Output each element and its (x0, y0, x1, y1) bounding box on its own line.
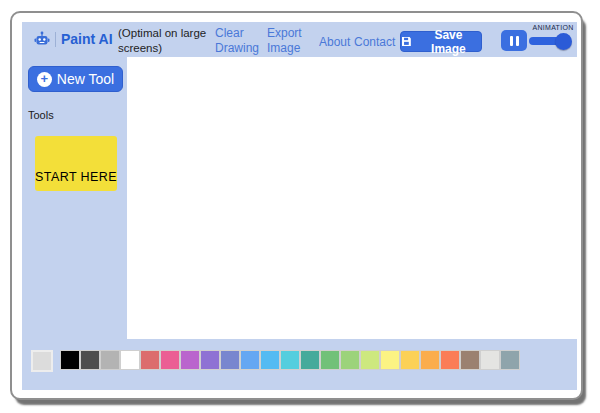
palette-swatch[interactable] (480, 350, 500, 370)
save-image-label: Save Image (416, 28, 481, 56)
palette-swatch[interactable] (440, 350, 460, 370)
palette-swatch[interactable] (120, 350, 140, 370)
palette-swatch[interactable] (200, 350, 220, 370)
contact-link[interactable]: Contact (354, 35, 395, 50)
animation-speed-slider[interactable] (529, 37, 568, 45)
palette-swatch[interactable] (160, 350, 180, 370)
app-title: Paint AI (61, 31, 113, 47)
animation-slider-label: ANIMATION (530, 24, 576, 31)
palette-swatch[interactable] (320, 350, 340, 370)
pause-icon (510, 36, 513, 46)
pause-icon (516, 36, 519, 46)
palette-swatch[interactable] (220, 350, 240, 370)
paint-app: Paint AI (Optimal on large screens) Clea… (22, 22, 577, 390)
plus-circle-icon: + (37, 72, 52, 87)
save-image-button[interactable]: Save Image (400, 31, 482, 52)
brand-divider (55, 32, 56, 47)
about-link[interactable]: About (319, 35, 350, 50)
palette-swatch[interactable] (140, 350, 160, 370)
palette-swatch-row (60, 350, 520, 370)
new-tool-button[interactable]: + New Tool (28, 66, 123, 92)
new-tool-label: New Tool (57, 71, 114, 87)
palette-swatch[interactable] (180, 350, 200, 370)
palette-swatch[interactable] (80, 350, 100, 370)
tools-section-label: Tools (28, 109, 54, 121)
header: Paint AI (Optimal on large screens) Clea… (22, 22, 577, 57)
palette-swatch[interactable] (240, 350, 260, 370)
color-palette (22, 339, 577, 390)
palette-swatch[interactable] (280, 350, 300, 370)
floppy-disk-icon (401, 36, 412, 47)
start-here-tool[interactable]: START HERE (35, 136, 117, 191)
slider-thumb[interactable] (555, 33, 572, 50)
palette-swatch[interactable] (100, 350, 120, 370)
palette-swatch[interactable] (420, 350, 440, 370)
palette-swatch[interactable] (260, 350, 280, 370)
drawing-canvas[interactable] (127, 57, 577, 339)
palette-swatch[interactable] (300, 350, 320, 370)
palette-swatch[interactable] (380, 350, 400, 370)
screen-size-note: (Optimal on large screens) (118, 26, 216, 56)
clear-drawing-link[interactable]: Clear Drawing (215, 26, 265, 56)
app-window: Paint AI (Optimal on large screens) Clea… (10, 11, 583, 400)
palette-swatch[interactable] (60, 350, 80, 370)
export-image-link[interactable]: Export Image (267, 26, 313, 56)
palette-swatch[interactable] (340, 350, 360, 370)
pause-animation-button[interactable] (501, 30, 527, 51)
palette-swatch[interactable] (460, 350, 480, 370)
current-color-swatch[interactable] (31, 350, 53, 372)
palette-swatch[interactable] (360, 350, 380, 370)
palette-swatch[interactable] (500, 350, 520, 370)
robot-icon (34, 31, 50, 47)
sidebar: + New Tool Tools START HERE (22, 57, 127, 339)
palette-swatch[interactable] (400, 350, 420, 370)
